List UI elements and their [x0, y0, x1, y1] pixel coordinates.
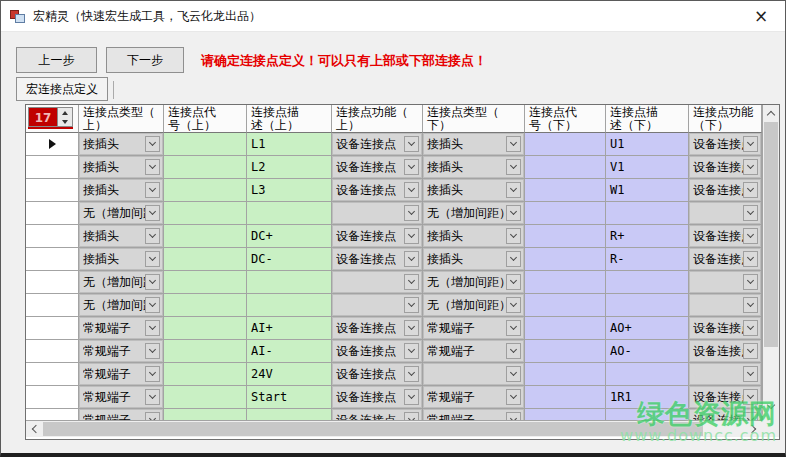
cell-func-dn[interactable] [689, 202, 762, 225]
cell-desc-dn[interactable]: R+ [606, 225, 689, 248]
cell-type-up[interactable]: 接插头 [79, 156, 164, 179]
dropdown-button[interactable] [743, 320, 758, 336]
cell-type-up[interactable]: 无（增加间距） [79, 202, 164, 225]
cell-func-dn[interactable]: 设备连接点 [689, 409, 762, 420]
row-header[interactable] [26, 225, 79, 248]
cell-type-dn[interactable]: 接插头 [423, 248, 525, 271]
cell-type-dn[interactable]: 无（增加间距） [423, 294, 525, 317]
dropdown-button[interactable] [145, 205, 160, 221]
dropdown-button[interactable] [145, 251, 160, 267]
dropdown-button[interactable] [743, 366, 758, 382]
cell-code-up[interactable] [164, 248, 247, 271]
dropdown-button[interactable] [145, 297, 160, 313]
dropdown-button[interactable] [506, 320, 521, 336]
next-step-button[interactable]: 下一步 [106, 47, 184, 73]
column-header[interactable]: 连接点类型（ 下） [423, 105, 525, 133]
dropdown-button[interactable] [404, 389, 419, 405]
cell-desc-up[interactable]: L2 [247, 156, 332, 179]
dropdown-button[interactable] [404, 297, 419, 313]
cell-code-up[interactable] [164, 317, 247, 340]
cell-func-dn[interactable] [689, 363, 762, 386]
row-header[interactable] [26, 179, 79, 202]
scroll-down-button[interactable] [763, 398, 779, 414]
cell-code-dn[interactable] [525, 363, 606, 386]
cell-desc-up[interactable]: AI+ [247, 317, 332, 340]
dropdown-button[interactable] [743, 274, 758, 290]
cell-type-up[interactable]: 接插头 [79, 179, 164, 202]
cell-func-up[interactable]: 设备连接点 [332, 386, 423, 409]
row-count-input[interactable]: 17 [28, 107, 57, 127]
dropdown-button[interactable] [145, 136, 160, 152]
dropdown-button[interactable] [145, 159, 160, 175]
dropdown-button[interactable] [404, 182, 419, 198]
spinner-up-button[interactable] [58, 108, 72, 117]
row-header[interactable] [26, 248, 79, 271]
row-header[interactable] [26, 317, 79, 340]
cell-code-dn[interactable] [525, 202, 606, 225]
cell-type-up[interactable]: 常规端子 [79, 363, 164, 386]
cell-func-up[interactable]: 设备连接点 [332, 225, 423, 248]
dropdown-button[interactable] [506, 366, 521, 382]
cell-type-up[interactable]: 常规端子 [79, 317, 164, 340]
cell-desc-dn[interactable] [606, 409, 689, 420]
cell-code-dn[interactable] [525, 294, 606, 317]
cell-func-up[interactable]: 设备连接点 [332, 317, 423, 340]
cell-code-up[interactable] [164, 271, 247, 294]
dropdown-button[interactable] [404, 251, 419, 267]
row-header[interactable] [26, 202, 79, 225]
dropdown-button[interactable] [743, 159, 758, 175]
cell-type-dn[interactable]: 接插头 [423, 179, 525, 202]
cell-func-up[interactable] [332, 202, 423, 225]
cell-code-dn[interactable] [525, 133, 606, 156]
cell-type-dn[interactable]: 常规端子 [423, 317, 525, 340]
cell-code-dn[interactable] [525, 248, 606, 271]
row-header[interactable] [26, 294, 79, 317]
scroll-left-button[interactable] [26, 421, 42, 437]
scroll-right-button[interactable] [745, 421, 761, 437]
column-header[interactable]: 连接点功能（ 上） [332, 105, 423, 133]
cell-desc-up[interactable]: DC- [247, 248, 332, 271]
cell-code-up[interactable] [164, 133, 247, 156]
cell-func-dn[interactable]: 设备连接点 [689, 317, 762, 340]
cell-desc-dn[interactable] [606, 363, 689, 386]
column-header[interactable]: 连接点代 号（上） [164, 105, 247, 133]
row-header[interactable] [26, 271, 79, 294]
cell-type-dn[interactable]: 接插头 [423, 133, 525, 156]
cell-func-up[interactable]: 设备连接点 [332, 133, 423, 156]
cell-type-up[interactable]: 接插头 [79, 133, 164, 156]
cell-func-dn[interactable]: 设备连接点 [689, 248, 762, 271]
cell-type-up[interactable]: 接插头 [79, 248, 164, 271]
cell-code-up[interactable] [164, 225, 247, 248]
cell-desc-dn[interactable] [606, 202, 689, 225]
close-button[interactable]: × [750, 6, 772, 28]
cell-type-dn[interactable]: 常规端子 [423, 340, 525, 363]
cell-code-up[interactable] [164, 179, 247, 202]
dropdown-button[interactable] [404, 412, 419, 420]
cell-desc-up[interactable] [247, 271, 332, 294]
cell-code-up[interactable] [164, 156, 247, 179]
dropdown-button[interactable] [145, 412, 160, 420]
cell-type-up[interactable]: 接插头 [79, 225, 164, 248]
cell-type-up[interactable]: 无（增加间距） [79, 271, 164, 294]
dropdown-button[interactable] [743, 389, 758, 405]
cell-desc-dn[interactable]: U1 [606, 133, 689, 156]
cell-desc-up[interactable]: AI- [247, 340, 332, 363]
cell-type-up[interactable]: 无（增加间距） [79, 294, 164, 317]
cell-type-dn[interactable]: 常规端子 [423, 409, 525, 420]
cell-desc-dn[interactable]: W1 [606, 179, 689, 202]
dropdown-button[interactable] [506, 274, 521, 290]
dropdown-button[interactable] [743, 343, 758, 359]
row-header[interactable] [26, 340, 79, 363]
cell-code-dn[interactable] [525, 317, 606, 340]
cell-code-dn[interactable] [525, 156, 606, 179]
cell-func-dn[interactable]: 设备连接点 [689, 179, 762, 202]
cell-desc-up[interactable]: Start [247, 386, 332, 409]
row-header[interactable] [26, 386, 79, 409]
cell-desc-up[interactable]: L3 [247, 179, 332, 202]
cell-func-up[interactable]: 设备连接点 [332, 409, 423, 420]
cell-func-dn[interactable]: 设备连接点 [689, 156, 762, 179]
cell-func-up[interactable]: 设备连接点 [332, 340, 423, 363]
dropdown-button[interactable] [743, 228, 758, 244]
vertical-scrollbar-thumb[interactable] [764, 122, 778, 347]
cell-func-dn[interactable] [689, 271, 762, 294]
